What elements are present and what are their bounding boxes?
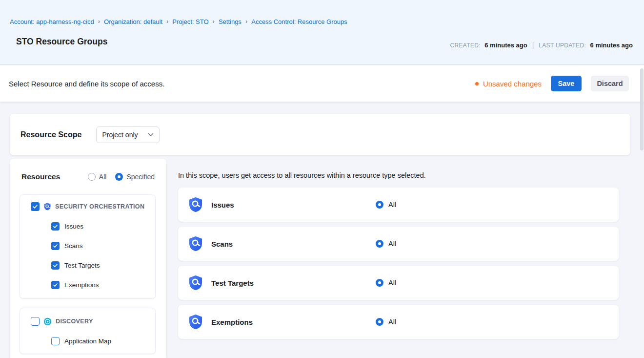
unsaved-changes-label: Unsaved changes — [483, 80, 542, 88]
breadcrumb-account-link[interactable]: Account: app-harness-ng-cicd — [10, 18, 94, 25]
vertical-scrollbar[interactable] — [640, 68, 644, 150]
sto-shield-icon — [188, 197, 203, 212]
resource-checkbox-row-scans[interactable]: Scans — [20, 236, 155, 255]
last-updated-label: LAST UPDATED: — [539, 42, 586, 49]
resource-row-test-targets-label: Test Targets — [211, 279, 254, 287]
radio-selected-icon — [115, 173, 123, 181]
created-value: 6 minutes ago — [484, 42, 527, 49]
security-orchestration-label: SECURITY ORCHESTRATION — [55, 203, 144, 210]
breadcrumb-settings-link[interactable]: Settings — [219, 18, 242, 25]
exemptions-checkbox[interactable] — [51, 281, 60, 289]
radio-unselected-icon — [88, 173, 96, 181]
resource-row-test-targets: Test Targets All — [178, 266, 619, 300]
breadcrumb-chevron-icon: › — [213, 18, 215, 25]
resources-mode-all-radio[interactable]: All — [88, 173, 107, 181]
last-updated-value: 6 minutes ago — [590, 42, 633, 49]
radio-selected-icon — [376, 318, 383, 326]
discovery-label: DISCOVERY — [56, 318, 93, 325]
security-orchestration-checkbox[interactable] — [31, 202, 40, 211]
sto-shield-icon — [188, 236, 203, 252]
checkmark-icon — [52, 262, 59, 269]
breadcrumb-chevron-icon: › — [166, 18, 168, 25]
resource-checkbox-row-test-targets[interactable]: Test Targets — [20, 255, 155, 275]
sto-shield-icon — [43, 203, 51, 211]
resource-scope-dropdown[interactable]: Project only — [96, 126, 160, 143]
resource-group-security-orchestration: SECURITY ORCHESTRATION Issues Scans — [20, 194, 156, 299]
resources-mode-all-label: All — [99, 173, 107, 181]
resources-mode-radio-group: All Specified — [88, 173, 155, 181]
resource-group-discovery: DISCOVERY Application Map — [20, 308, 156, 354]
scans-label: Scans — [64, 242, 83, 250]
checkmark-icon — [52, 243, 59, 249]
issues-access-all-label: All — [388, 201, 396, 209]
checkmark-icon — [52, 223, 59, 230]
toolbar-description: Select Resource and define its scope of … — [9, 80, 164, 88]
resources-panel-title: Resources — [21, 172, 60, 181]
scope-description: In this scope, users get access to all r… — [178, 171, 426, 179]
radio-selected-icon — [376, 240, 383, 248]
resources-panel: Resources All Specified SECURITY ORCHES — [10, 159, 166, 358]
resource-row-exemptions-label: Exemptions — [211, 318, 253, 326]
scans-access-all-radio[interactable]: All — [376, 240, 396, 248]
breadcrumb-project-link[interactable]: Project: STO — [172, 18, 208, 25]
sto-shield-icon — [188, 275, 203, 291]
resource-checkbox-row-issues[interactable]: Issues — [20, 216, 155, 236]
created-label: CREATED: — [450, 42, 481, 49]
chevron-down-icon — [148, 133, 154, 137]
breadcrumb-chevron-icon: › — [245, 18, 247, 25]
resource-scope-selected-value: Project only — [102, 131, 138, 139]
breadcrumb-access-control-link[interactable]: Access Control: Resource Groups — [251, 18, 347, 25]
resource-row-issues-label: Issues — [211, 201, 234, 209]
page-header: Account: app-harness-ng-cicd › Organizat… — [0, 0, 644, 65]
resource-checkbox-row-exemptions[interactable]: Exemptions — [20, 275, 155, 295]
resource-checkbox-row-application-map[interactable]: Application Map — [20, 331, 155, 351]
resource-groups-page: Account: app-harness-ng-cicd › Organizat… — [0, 0, 644, 358]
resource-rows: Issues All Scans All Test Targets All — [178, 188, 619, 344]
discovery-checkbox[interactable] — [31, 317, 40, 326]
discovery-icon — [43, 317, 52, 326]
sto-shield-icon — [188, 314, 203, 330]
exemptions-access-all-label: All — [388, 318, 396, 326]
resources-mode-specified-label: Specified — [126, 173, 155, 181]
issues-label: Issues — [64, 223, 83, 230]
scans-access-all-label: All — [388, 240, 396, 248]
unsaved-dot-icon — [475, 82, 479, 85]
test-targets-label: Test Targets — [64, 262, 100, 269]
action-toolbar: Select Resource and define its scope of … — [0, 65, 644, 102]
checkmark-icon — [52, 282, 59, 288]
created-updated-meta: CREATED: 6 minutes ago | LAST UPDATED: 6… — [450, 41, 633, 49]
radio-selected-icon — [376, 201, 383, 209]
resource-row-issues: Issues All — [178, 188, 619, 222]
resource-scope-label: Resource Scope — [20, 130, 81, 139]
issues-access-all-radio[interactable]: All — [376, 201, 396, 209]
exemptions-access-all-radio[interactable]: All — [376, 318, 396, 326]
checkmark-icon — [32, 203, 39, 210]
issues-checkbox[interactable] — [51, 222, 60, 231]
discard-button[interactable]: Discard — [591, 76, 629, 91]
application-map-label: Application Map — [64, 337, 111, 345]
resource-row-exemptions: Exemptions All — [178, 305, 619, 339]
resource-row-scans-label: Scans — [211, 240, 233, 248]
breadcrumb-chevron-icon: › — [98, 18, 100, 25]
exemptions-label: Exemptions — [64, 281, 99, 289]
breadcrumb: Account: app-harness-ng-cicd › Organizat… — [10, 18, 347, 25]
application-map-checkbox[interactable] — [51, 337, 60, 345]
breadcrumb-organization-link[interactable]: Organization: default — [104, 18, 162, 25]
resource-scope-card: Resource Scope Project only — [10, 114, 630, 155]
resources-mode-specified-radio[interactable]: Specified — [115, 173, 155, 181]
page-title: STO Resource Groups — [16, 37, 107, 47]
save-button[interactable]: Save — [551, 76, 582, 91]
resource-row-scans: Scans All — [178, 227, 619, 261]
test-targets-access-all-label: All — [388, 279, 396, 287]
scans-checkbox[interactable] — [51, 242, 60, 250]
test-targets-access-all-radio[interactable]: All — [376, 279, 396, 287]
unsaved-changes-badge: Unsaved changes — [475, 80, 542, 88]
meta-divider: | — [532, 41, 534, 49]
radio-selected-icon — [376, 279, 383, 287]
test-targets-checkbox[interactable] — [51, 261, 60, 270]
